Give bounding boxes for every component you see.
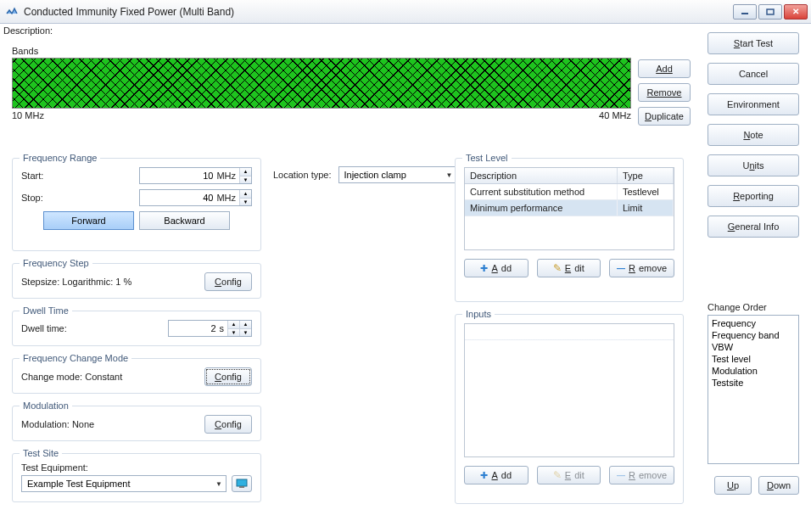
list-item[interactable]: Test level bbox=[712, 353, 795, 365]
svg-rect-0 bbox=[741, 13, 748, 14]
bands-label: Bands bbox=[12, 46, 38, 56]
minus-icon bbox=[617, 470, 625, 480]
list-item[interactable]: Modulation bbox=[712, 365, 795, 377]
modulation-group: Modulation Modulation: None Config bbox=[12, 406, 261, 441]
frequency-range-group: Frequency Range Start: MHz ▲▼ Stop: MHz … bbox=[12, 158, 261, 251]
plus-icon bbox=[480, 470, 488, 481]
app-icon bbox=[5, 5, 19, 19]
stop-label: Stop: bbox=[21, 193, 72, 203]
svg-rect-1 bbox=[767, 9, 774, 14]
change-order-list[interactable]: Frequency Frequency band VBW Test level … bbox=[708, 315, 799, 464]
note-button[interactable]: Note bbox=[708, 124, 799, 146]
spin-up-icon[interactable]: ▲ bbox=[228, 321, 239, 328]
description-label: Description: bbox=[3, 25, 53, 36]
change-order-down-button[interactable]: Down bbox=[758, 476, 799, 495]
minimize-button[interactable] bbox=[733, 4, 757, 20]
forward-toggle[interactable]: Forward bbox=[43, 211, 134, 230]
change-order-up-button[interactable]: Up bbox=[714, 476, 752, 495]
inputs-edit-button[interactable]: Edit bbox=[537, 466, 601, 484]
band-segment[interactable] bbox=[13, 59, 630, 108]
minus-icon bbox=[617, 263, 625, 273]
start-label: Start: bbox=[21, 171, 72, 181]
pencil-icon bbox=[553, 262, 562, 274]
bands-duplicate-button[interactable]: Duplicate bbox=[638, 107, 691, 126]
dwell-time-group: Dwell Time Dwell time: s ▲▼ ▲▼ bbox=[12, 311, 261, 346]
frequency-change-mode-group: Frequency Change Mode Change mode: Const… bbox=[12, 358, 261, 394]
inputs-legend: Inputs bbox=[462, 309, 495, 319]
units-button[interactable]: Units bbox=[708, 154, 799, 176]
svg-rect-3 bbox=[239, 486, 244, 488]
chevron-down-icon: ▼ bbox=[446, 171, 453, 179]
window-title: Conducted Immunity Fixed Power (Multi Ba… bbox=[24, 6, 733, 18]
list-item[interactable]: VBW bbox=[712, 341, 795, 353]
location-type-label: Location type: bbox=[273, 170, 332, 180]
close-button[interactable]: ✕ bbox=[784, 4, 808, 20]
frequency-change-mode-legend: Frequency Change Mode bbox=[20, 353, 131, 363]
start-test-button[interactable]: Start Test bbox=[708, 32, 799, 54]
maximize-button[interactable] bbox=[758, 4, 782, 20]
change-mode-config-button[interactable]: Config bbox=[204, 367, 252, 386]
bands-min-tick: 10 MHz bbox=[12, 110, 44, 120]
frequency-step-group: Frequency Step Stepsize: Logarithmic: 1 … bbox=[12, 263, 261, 299]
inputs-remove-button[interactable]: Remove bbox=[609, 466, 674, 484]
test-level-remove-button[interactable]: Remove bbox=[609, 259, 674, 277]
bands-visualization[interactable] bbox=[12, 58, 631, 109]
bands-max-tick: 40 MHz bbox=[599, 110, 631, 120]
general-info-button[interactable]: General Info bbox=[708, 216, 799, 238]
spin-down-icon[interactable]: ▼ bbox=[240, 198, 251, 206]
change-order-label: Change Order bbox=[708, 302, 799, 312]
reporting-button[interactable]: Reporting bbox=[708, 185, 799, 207]
test-site-legend: Test Site bbox=[20, 448, 62, 458]
pencil-icon bbox=[553, 469, 562, 481]
dwell-time-input[interactable]: s ▲▼ ▲▼ bbox=[168, 320, 253, 337]
test-level-table[interactable]: Description Type Current substitution me… bbox=[464, 167, 674, 250]
bands-add-button[interactable]: Add bbox=[638, 59, 691, 78]
spin-up-icon[interactable]: ▲ bbox=[240, 190, 251, 198]
spin-up-icon[interactable]: ▲ bbox=[240, 321, 251, 328]
bands-remove-button[interactable]: Remove bbox=[638, 83, 691, 102]
location-type-select[interactable]: Injection clamp ▼ bbox=[338, 166, 457, 183]
inputs-add-button[interactable]: Add bbox=[464, 466, 529, 484]
inputs-list[interactable] bbox=[464, 323, 674, 457]
test-equipment-label: Test Equipment: bbox=[21, 462, 252, 473]
test-level-group: Test Level Description Type Current subs… bbox=[455, 158, 684, 302]
list-item[interactable]: Testsite bbox=[712, 377, 795, 389]
spin-down-icon[interactable]: ▼ bbox=[240, 176, 251, 184]
svg-rect-2 bbox=[237, 479, 247, 486]
spin-up-icon[interactable]: ▲ bbox=[240, 168, 251, 176]
modulation-config-button[interactable]: Config bbox=[204, 415, 252, 434]
test-level-header-type[interactable]: Type bbox=[618, 168, 674, 183]
table-row[interactable]: Current substitution method Testlevel bbox=[465, 184, 674, 200]
modulation-legend: Modulation bbox=[20, 400, 72, 411]
test-level-edit-button[interactable]: Edit bbox=[537, 259, 601, 277]
cancel-button[interactable]: Cancel bbox=[708, 63, 799, 85]
right-button-column: Start Test Cancel Environment Note Units… bbox=[708, 32, 799, 238]
environment-button[interactable]: Environment bbox=[708, 93, 799, 115]
frequency-step-config-button[interactable]: Config bbox=[204, 272, 252, 291]
change-mode-text: Change mode: Constant bbox=[21, 372, 122, 382]
spin-down-icon[interactable]: ▼ bbox=[240, 328, 251, 337]
test-level-header-description[interactable]: Description bbox=[465, 168, 618, 183]
dwell-time-label: Dwell time: bbox=[21, 323, 89, 333]
test-equipment-browse-button[interactable] bbox=[232, 475, 252, 492]
modulation-text: Modulation: None bbox=[21, 419, 94, 429]
titlebar: Conducted Immunity Fixed Power (Multi Ba… bbox=[0, 0, 811, 24]
list-item[interactable]: Frequency band bbox=[712, 329, 795, 341]
stop-frequency-input[interactable]: MHz ▲▼ bbox=[139, 189, 252, 206]
frequency-step-legend: Frequency Step bbox=[20, 258, 92, 268]
dwell-time-legend: Dwell Time bbox=[20, 305, 72, 316]
list-item[interactable]: Frequency bbox=[712, 317, 795, 329]
backward-toggle[interactable]: Backward bbox=[139, 211, 230, 230]
frequency-range-legend: Frequency Range bbox=[20, 153, 100, 163]
bands-section: Bands 10 MHz 40 MHz Add Remove Duplicate bbox=[12, 58, 696, 120]
stepsize-text: Stepsize: Logarithmic: 1 % bbox=[21, 277, 131, 287]
test-equipment-select[interactable]: Example Test Equipment ▼ bbox=[21, 475, 227, 492]
spin-down-icon[interactable]: ▼ bbox=[228, 328, 239, 337]
table-row[interactable]: Minimum performance Limit bbox=[465, 200, 674, 216]
change-order-section: Change Order Frequency Frequency band VB… bbox=[708, 302, 799, 495]
start-frequency-input[interactable]: MHz ▲▼ bbox=[139, 167, 252, 184]
location-type-row: Location type: Injection clamp ▼ bbox=[273, 166, 457, 183]
inputs-group: Inputs Add Edit Remove bbox=[455, 314, 684, 504]
test-level-add-button[interactable]: Add bbox=[464, 259, 529, 277]
test-site-group: Test Site Test Equipment: Example Test E… bbox=[12, 453, 261, 502]
